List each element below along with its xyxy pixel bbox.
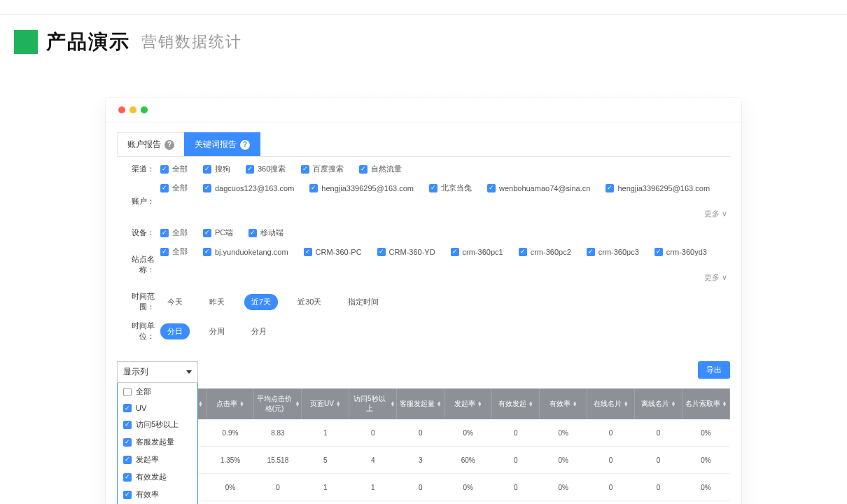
table-cell: 0	[397, 474, 444, 501]
column-header[interactable]: 访问5秒以上▲▼	[349, 388, 397, 419]
filter-checkbox[interactable]: ✓自然流量	[359, 164, 402, 174]
column-header[interactable]: 发起率▲▼	[444, 388, 492, 419]
sort-icon[interactable]: ▲▼	[528, 401, 533, 407]
column-label: 访问5秒以上	[351, 394, 388, 414]
sort-icon[interactable]: ▲▼	[722, 401, 727, 407]
time-option[interactable]: 分日	[160, 323, 190, 340]
checkbox-checked-icon: ✓	[123, 404, 132, 412]
column-header[interactable]: 离线名片▲▼	[635, 388, 682, 419]
filter-checkbox[interactable]: ✓PC端	[203, 227, 233, 238]
dropdown-item-label: 客服发起量	[136, 437, 174, 447]
column-header[interactable]: 平均点击价格(元)▲▼	[254, 388, 302, 419]
filter-label: 时间单位：	[117, 321, 155, 342]
dropdown-item[interactable]: ✓访问5秒以上	[118, 416, 197, 433]
column-header[interactable]: 名片索取率▲▼	[682, 388, 730, 419]
sort-icon[interactable]: ▲▼	[336, 401, 341, 407]
checkbox-label: 自然流量	[371, 164, 402, 174]
filter-items: ✓全部✓搜狗✓360搜索✓百度搜索✓自然流量	[160, 164, 730, 174]
filter-checkbox[interactable]: ✓全部	[160, 227, 188, 238]
filter-checkbox[interactable]: ✓crm-360yd3	[654, 248, 707, 256]
window-close-icon[interactable]	[118, 106, 125, 113]
column-header[interactable]: 客服发起量▲▼	[397, 388, 444, 419]
time-option[interactable]: 分月	[244, 323, 274, 340]
columns-dropdown-button[interactable]: 显示列	[117, 361, 198, 383]
table-cell: 0	[492, 474, 540, 501]
dropdown-item[interactable]: ✓发起率	[118, 451, 197, 468]
filter-checkbox[interactable]: ✓搜狗	[203, 164, 230, 174]
table-cell: 0%	[540, 419, 587, 447]
dropdown-item[interactable]: ✓有效发起	[118, 468, 197, 486]
sort-icon[interactable]: ▲▼	[671, 401, 676, 407]
tab-account-report[interactable]: 账户报告 ?	[117, 132, 184, 156]
dropdown-item[interactable]: 全部	[118, 383, 197, 400]
table-cell: 5	[302, 447, 349, 474]
time-option[interactable]: 近30天	[290, 294, 328, 310]
table-cell: 1	[302, 474, 349, 501]
sort-icon[interactable]: ▲▼	[295, 401, 300, 407]
filter-label: 设备：	[117, 227, 155, 238]
checkbox-checked-icon: ✓	[203, 248, 211, 256]
checkbox-checked-icon: ✓	[160, 248, 169, 256]
filter-checkbox[interactable]: ✓360搜索	[246, 164, 286, 174]
sort-icon[interactable]: ▲▼	[239, 401, 244, 407]
tab-keyword-report[interactable]: 关键词报告 ?	[184, 132, 260, 156]
more-link[interactable]: 更多 ∨	[704, 209, 730, 219]
checkbox-checked-icon: ✓	[160, 184, 169, 192]
sort-icon[interactable]: ▲▼	[477, 401, 482, 407]
filter-checkbox[interactable]: ✓hengjia3396295@163.com	[606, 184, 710, 192]
filter-checkbox[interactable]: ✓CRM-360-YD	[377, 248, 435, 256]
sort-icon[interactable]: ▲▼	[573, 401, 578, 407]
window-maximize-icon[interactable]	[141, 106, 148, 113]
filter-checkbox[interactable]: ✓wenbohuamao74@sina.cn	[487, 184, 590, 192]
time-option[interactable]: 指定时间	[341, 294, 386, 310]
time-option[interactable]: 昨天	[202, 294, 232, 310]
column-label: 客服发起量	[400, 399, 435, 409]
filter-label: 站点名称：	[117, 254, 155, 275]
caret-down-icon	[186, 370, 192, 374]
export-button[interactable]: 导出	[698, 361, 730, 379]
dropdown-item[interactable]: ✓UV	[118, 400, 197, 416]
window-minimize-icon[interactable]	[130, 106, 136, 113]
checkbox-label: crm-360pc2	[531, 248, 571, 256]
dropdown-item[interactable]: ✓有效率	[118, 486, 197, 503]
help-icon[interactable]: ?	[240, 140, 250, 150]
time-option[interactable]: 近7天	[244, 294, 278, 310]
chevron-down-icon: ∨	[722, 209, 727, 218]
checkbox-checked-icon: ✓	[487, 184, 496, 192]
sort-icon[interactable]: ▲▼	[437, 401, 442, 407]
table-cell: 0%	[540, 501, 587, 505]
filter-checkbox[interactable]: ✓北京当兔	[429, 183, 472, 193]
filter-checkbox[interactable]: ✓全部	[160, 164, 188, 174]
sort-icon[interactable]: ▲▼	[198, 401, 203, 407]
checkbox-checked-icon: ✓	[519, 248, 527, 256]
filter-checkbox[interactable]: ✓crm-360pc1	[451, 248, 503, 256]
filter-checkbox[interactable]: ✓dagcuos123@163.com	[203, 184, 294, 192]
filter-checkbox[interactable]: ✓bj.yunduoketang.com	[203, 248, 288, 256]
filter-checkbox[interactable]: ✓hengjia3396295@163.com	[309, 184, 414, 192]
filter-checkbox[interactable]: ✓移动端	[248, 227, 284, 238]
table-cell: 0	[492, 419, 540, 447]
dropdown-item-label: 发起率	[136, 454, 159, 465]
filter-checkbox[interactable]: ✓crm-360pc3	[587, 248, 639, 256]
filter-checkbox[interactable]: ✓CRM-360-PC	[304, 248, 362, 256]
filter-checkbox[interactable]: ✓全部	[160, 246, 188, 257]
sort-icon[interactable]: ▲▼	[624, 401, 629, 407]
column-header[interactable]: 点击率▲▼	[206, 388, 254, 419]
table-cell: 0	[587, 501, 635, 505]
column-header[interactable]: 页面UV▲▼	[302, 388, 349, 419]
filter-checkbox[interactable]: ✓百度搜索	[301, 164, 344, 174]
dropdown-item[interactable]: ✓客服发起量	[118, 433, 197, 451]
column-header[interactable]: 有效率▲▼	[540, 388, 587, 419]
filter-items: ✓全部✓PC端✓移动端	[160, 227, 730, 238]
table-cell: 0	[492, 447, 540, 474]
help-icon[interactable]: ?	[164, 140, 174, 150]
time-option[interactable]: 分周	[202, 323, 232, 340]
column-header[interactable]: 在线名片▲▼	[587, 388, 635, 419]
sort-icon[interactable]: ▲▼	[390, 401, 395, 407]
column-header[interactable]: 有效发起▲▼	[492, 388, 540, 419]
filter-checkbox[interactable]: ✓全部	[160, 183, 188, 193]
checkbox-label: 全部	[172, 246, 188, 257]
more-link[interactable]: 更多 ∨	[704, 272, 730, 283]
time-option[interactable]: 今天	[160, 294, 190, 310]
filter-checkbox[interactable]: ✓crm-360pc2	[519, 248, 571, 256]
